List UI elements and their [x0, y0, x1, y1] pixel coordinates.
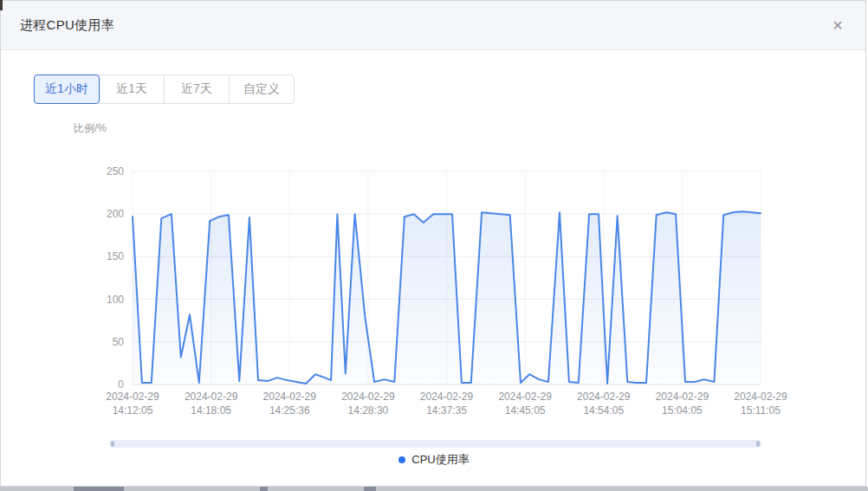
tab-last-1-day[interactable]: 近1天: [99, 74, 165, 104]
dialog-title: 进程CPU使用率: [20, 17, 829, 34]
y-tick-label: 0: [118, 378, 124, 391]
y-tick-label: 150: [107, 250, 124, 262]
x-tick-label: 2024-02-2914:12:05: [106, 391, 159, 417]
cpu-usage-dialog: 进程CPU使用率 × 近1小时 近1天 近7天 自定义 比例/% 0501001…: [0, 0, 866, 487]
y-axis-unit-label: 比例/%: [74, 121, 107, 136]
screen: 进程CPU使用率 × 近1小时 近1天 近7天 自定义 比例/% 0501001…: [0, 0, 868, 491]
x-tick-label: 2024-02-2914:18:05: [185, 391, 238, 417]
chart-scrollbar[interactable]: [109, 440, 761, 448]
time-range-tabs: 近1小时 近1天 近7天 自定义: [34, 74, 295, 104]
y-tick-label: 50: [113, 336, 125, 348]
y-tick-label: 250: [107, 165, 124, 178]
scrollbar-handle-right[interactable]: [756, 441, 760, 447]
cpu-usage-line: [133, 211, 761, 384]
background-page-fragment: [364, 487, 376, 491]
x-tick-label: 2024-02-2914:25:36: [263, 391, 317, 417]
tab-last-7-days[interactable]: 近7天: [164, 74, 230, 104]
legend-item-cpu-usage[interactable]: CPU使用率: [1, 452, 867, 468]
cpu-usage-chart: 0501001502002502024-02-2914:12:052024-02…: [1, 1, 868, 447]
background-artifact: [0, 0, 3, 10]
tab-custom[interactable]: 自定义: [229, 74, 295, 104]
x-tick-label: 2024-02-2915:04:05: [656, 391, 709, 417]
scrollbar-handle-left[interactable]: [111, 441, 114, 447]
tab-last-1-hour[interactable]: 近1小时: [34, 74, 100, 104]
legend-label: CPU使用率: [411, 452, 469, 468]
area-fill: [133, 211, 761, 384]
background-page-edge: [0, 487, 868, 491]
background-page-fragment: [260, 487, 268, 491]
y-tick-label: 100: [107, 294, 124, 306]
x-tick-label: 2024-02-2914:28:30: [341, 391, 395, 417]
y-tick-label: 200: [107, 208, 124, 220]
close-icon[interactable]: ×: [829, 15, 846, 36]
legend-dot-icon: [398, 456, 405, 463]
x-tick-label: 2024-02-2914:37:35: [420, 391, 474, 417]
x-tick-label: 2024-02-2914:54:05: [577, 391, 631, 417]
background-page-fragment: [74, 487, 124, 491]
x-tick-label: 2024-02-2914:45:05: [498, 391, 552, 417]
x-tick-label: 2024-02-2915:11:05: [734, 391, 787, 417]
dialog-header: 进程CPU使用率 ×: [1, 1, 865, 50]
